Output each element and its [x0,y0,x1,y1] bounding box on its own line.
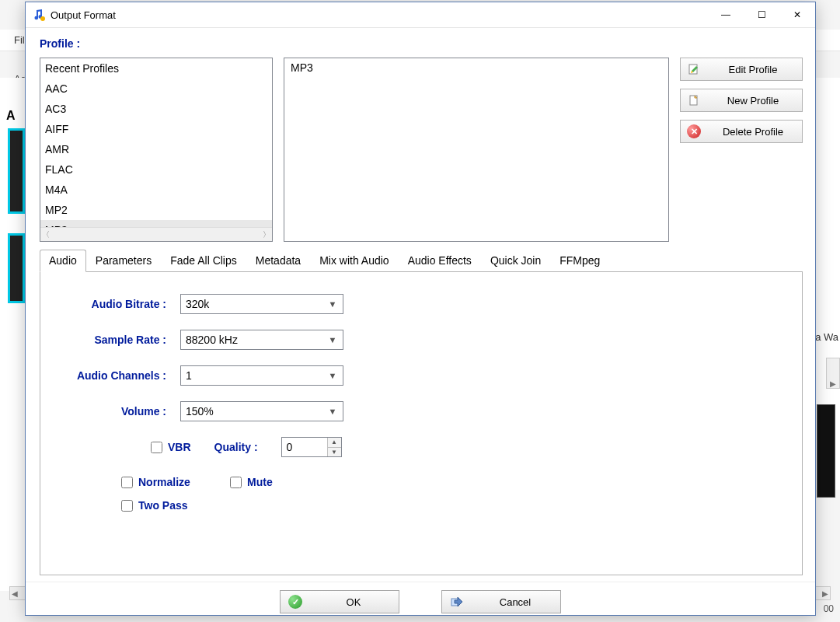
delete-profile-label: Delete Profile [710,126,796,138]
channels-select[interactable]: 1 ▼ [180,365,343,386]
vbr-checkbox[interactable]: VBR [151,441,191,453]
edit-profile-button[interactable]: Edit Profile [680,58,803,81]
twopass-checkbox[interactable]: Two Pass [121,499,222,512]
tab-fade-all-clips[interactable]: Fade All Clips [161,250,246,272]
bg-dark-panel [817,404,835,498]
new-profile-label: New Profile [710,95,796,107]
output-format-dialog: Output Format — ☐ ✕ Profile : Recent Pro… [25,2,816,616]
quality-value: 0 [282,438,327,456]
channels-label: Audio Channels : [59,369,180,382]
mute-checkbox[interactable]: Mute [230,476,331,488]
spinner-up-icon[interactable]: ▲ [328,438,341,448]
format-item[interactable]: AIFF [40,119,272,139]
format-item[interactable]: AC3 [40,99,272,119]
edit-icon [687,62,701,76]
samplerate-select[interactable]: 88200 kHz ▼ [180,330,343,350]
normalize-checkbox-input[interactable] [121,477,133,488]
tab-audio[interactable]: Audio [40,250,86,272]
bg-time-text: 00 [824,603,834,614]
normalize-checkbox[interactable]: Normalize [121,476,222,488]
normalize-label: Normalize [138,476,190,488]
bitrate-select[interactable]: 320k ▼ [180,294,343,314]
window-title: Output Format [51,9,116,21]
app-icon [32,8,46,22]
bitrate-value: 320k [186,298,209,310]
bg-right-scroll[interactable]: ▶ [826,358,840,389]
new-profile-button[interactable]: New Profile [680,89,803,112]
quality-label: Quality : [214,441,258,453]
format-list[interactable]: Recent ProfilesAACAC3AIFFAMRFLACM4AMP2MP… [40,58,273,242]
maximize-button[interactable]: ☐ [744,2,779,27]
edit-profile-label: Edit Profile [710,64,796,75]
new-icon [687,93,701,107]
twopass-label: Two Pass [138,499,188,512]
volume-select[interactable]: 150% ▼ [180,401,343,421]
cancel-icon [450,595,464,609]
bg-file-menu: Fil [14,34,25,46]
tab-audio-effects[interactable]: Audio Effects [399,250,481,272]
profile-detail-text: MP3 [291,61,313,74]
audio-tab-panel: Audio Bitrate : 320k ▼ Sample Rate : 882… [40,272,803,575]
spinner-down-icon[interactable]: ▼ [328,448,341,457]
ok-icon: ✓ [288,595,302,609]
bg-thumbnail-1 [8,128,25,214]
chevron-down-icon: ▼ [326,295,340,313]
tab-ffmpeg[interactable]: FFMpeg [550,250,609,272]
close-button[interactable]: ✕ [779,2,815,27]
vbr-checkbox-input[interactable] [151,442,162,453]
format-item[interactable]: Recent Profiles [40,58,272,79]
channels-value: 1 [186,369,192,382]
bg-right-text: a Wa [815,331,838,343]
minimize-button[interactable]: — [708,2,744,27]
tab-metadata[interactable]: Metadata [246,250,310,272]
format-item[interactable]: MP2 [40,200,272,220]
cancel-label: Cancel [478,596,552,608]
tab-mix-with-audio[interactable]: Mix with Audio [310,250,398,272]
chevron-down-icon: ▼ [326,330,340,349]
samplerate-value: 88200 kHz [186,334,238,346]
format-list-hscroll[interactable]: 〈〉 [40,227,272,241]
quality-spinner[interactable]: 0 ▲ ▼ [281,437,342,457]
bg-thumbnail-2 [8,233,25,303]
volume-value: 150% [186,405,214,418]
mute-label: Mute [247,476,273,488]
cancel-button[interactable]: Cancel [441,590,561,613]
format-item[interactable]: M4A [40,180,272,200]
profile-detail-box[interactable]: MP3 [284,58,669,242]
format-item[interactable]: AMR [40,139,272,159]
format-item[interactable]: AAC [40,79,272,99]
svg-point-0 [40,16,45,21]
format-item[interactable]: FLAC [40,159,272,180]
twopass-checkbox-input[interactable] [121,500,133,512]
chevron-down-icon: ▼ [326,402,340,421]
ok-label: OK [316,596,391,608]
bg-close-icon[interactable]: ✕ [835,2,840,26]
delete-icon: ✕ [687,124,701,138]
bitrate-label: Audio Bitrate : [59,298,180,310]
chevron-down-icon: ▼ [326,366,340,385]
profile-label: Profile : [40,37,803,50]
titlebar[interactable]: Output Format — ☐ ✕ [26,2,815,28]
bg-header-a: A [6,109,16,123]
ok-button[interactable]: ✓ OK [280,590,399,613]
tab-parameters[interactable]: Parameters [86,250,161,272]
vbr-label: VBR [168,441,191,453]
samplerate-label: Sample Rate : [59,334,180,346]
delete-profile-button[interactable]: ✕ Delete Profile [680,120,803,143]
tabs: AudioParametersFade All ClipsMetadataMix… [40,250,803,272]
format-item[interactable]: MP3 [40,220,272,227]
volume-label: Volume : [59,405,180,418]
tab-quick-join[interactable]: Quick Join [481,250,550,272]
mute-checkbox-input[interactable] [230,477,242,488]
